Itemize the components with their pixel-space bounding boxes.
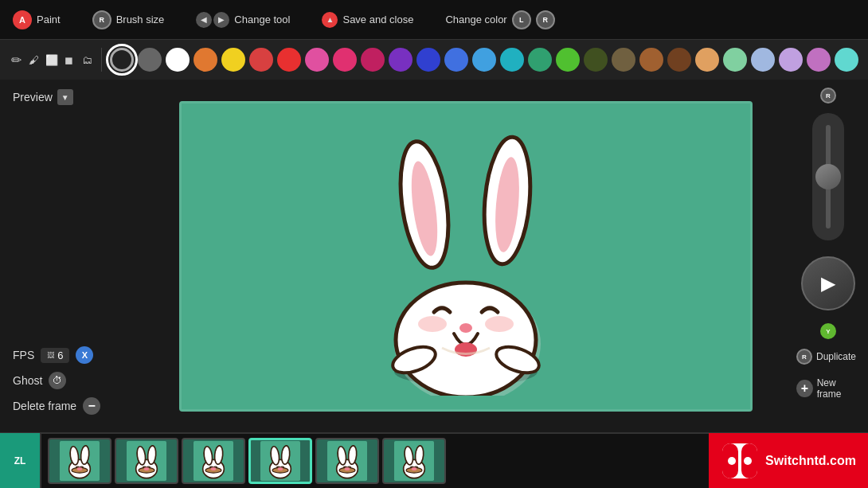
r-btn-dup: R	[796, 349, 812, 365]
r-btn-top: R	[820, 88, 836, 103]
zl-button[interactable]: ZL	[0, 433, 41, 488]
frame-thumb-6[interactable]	[382, 438, 446, 484]
svg-point-54	[744, 457, 752, 465]
ghost-label: Ghost	[13, 374, 42, 387]
color-swatch-mint[interactable]	[723, 48, 747, 72]
palette-bar: ✏ 🖌 ⬜ ◼ 🗂	[0, 40, 868, 80]
svg-point-3	[396, 283, 536, 396]
color-swatch-teal[interactable]	[528, 48, 552, 72]
eraser-tool[interactable]: ⬜	[45, 49, 58, 71]
hint-change-tool-label: Change tool	[234, 14, 290, 25]
color-swatch-sky-blue[interactable]	[472, 48, 496, 72]
x-button[interactable]: X	[76, 346, 93, 364]
color-swatch-purple[interactable]	[389, 48, 412, 72]
r-button: R	[92, 10, 111, 29]
hint-paint: A Paint	[13, 10, 61, 29]
svg-point-37	[278, 467, 283, 470]
color-swatch-dark-green[interactable]	[584, 48, 608, 72]
fps-row: FPS 🖼 6 X	[13, 346, 131, 364]
move-tool[interactable]: 🗂	[80, 49, 93, 71]
frame-thumb-2[interactable]	[115, 438, 178, 484]
new-frame-row[interactable]: + New frame	[795, 374, 862, 403]
svg-point-49	[412, 467, 417, 470]
right-arrow: ▶	[213, 12, 229, 28]
ghost-row: Ghost ⏱	[13, 372, 131, 389]
svg-point-25	[144, 467, 150, 470]
preview-dropdown[interactable]: ▼	[57, 89, 73, 105]
plus-button[interactable]: +	[796, 380, 813, 397]
color-swatch-orange[interactable]	[194, 48, 217, 72]
color-swatch-peach[interactable]	[695, 48, 719, 72]
arrow-buttons: ◀ ▶	[196, 12, 229, 28]
up-arrow: ▲	[322, 12, 338, 28]
color-swatch-turquoise[interactable]	[835, 48, 858, 72]
color-swatch-red-dark[interactable]	[249, 48, 273, 72]
bunny-illustration	[338, 125, 593, 380]
top-bar: A Paint R Brush size ◀ ▶ Change tool ▲ S…	[0, 0, 868, 40]
delete-frame-row: Delete frame −	[13, 397, 131, 415]
color-swatch-cyan[interactable]	[500, 48, 524, 72]
r-button2: R	[536, 10, 555, 29]
color-swatch-white[interactable]	[166, 48, 190, 72]
tool-divider	[101, 48, 102, 72]
new-frame-label: New frame	[817, 377, 860, 400]
badge-text: Switchntd.com	[765, 454, 856, 468]
delete-frame-label: Delete frame	[13, 400, 76, 412]
main-area: Preview ▼ FPS 🖼 6 X Ghost ⏱ Delete frame…	[0, 80, 868, 432]
frame-thumb-1[interactable]	[48, 438, 111, 484]
fps-box: 🖼 6	[41, 348, 69, 363]
color-swatch-green[interactable]	[556, 48, 580, 72]
slider-thumb[interactable]	[815, 164, 841, 189]
canvas-area	[143, 80, 788, 432]
color-swatch-red[interactable]	[277, 48, 301, 72]
y-button-label: Y	[820, 323, 836, 339]
a-button: A	[13, 10, 32, 29]
color-palette	[110, 48, 858, 72]
zl-label: ZL	[14, 455, 26, 467]
color-swatch-yellow[interactable]	[221, 48, 245, 72]
color-swatch-gray[interactable]	[138, 48, 162, 72]
r-hint: R	[820, 88, 836, 103]
preview-label: Preview ▼	[13, 89, 131, 105]
clock-icon[interactable]: ⏱	[49, 372, 66, 389]
duplicate-row: R Duplicate	[795, 346, 862, 368]
color-swatch-pink[interactable]	[305, 48, 329, 72]
svg-point-53	[728, 457, 736, 465]
brush-size-slider[interactable]	[812, 113, 844, 240]
color-swatch-lavender[interactable]	[779, 48, 803, 72]
svg-point-8	[418, 316, 447, 332]
pencil-tool[interactable]: ✏	[10, 49, 22, 71]
minus-button[interactable]: −	[83, 397, 100, 415]
drawing-canvas[interactable]	[179, 101, 753, 412]
hint-change-color: Change color L R	[445, 10, 554, 29]
brush-tool[interactable]: 🖌	[27, 49, 40, 71]
nintendo-logo-svg	[721, 442, 759, 480]
fps-label: FPS	[13, 349, 34, 361]
left-arrow: ◀	[196, 12, 212, 28]
color-swatch-light-blue[interactable]	[751, 48, 775, 72]
left-controls: FPS 🖼 6 X Ghost ⏱ Delete frame −	[13, 346, 131, 423]
right-panel: R ▶ Y R Duplicate + New frame	[788, 80, 868, 432]
color-swatch-blue[interactable]	[444, 48, 468, 72]
color-swatch-blue-dark[interactable]	[416, 48, 440, 72]
color-swatch-olive[interactable]	[612, 48, 635, 72]
svg-point-19	[77, 467, 83, 470]
hint-paint-label: Paint	[37, 14, 61, 25]
color-swatch-brown[interactable]	[639, 48, 663, 72]
frame-thumb-4[interactable]	[248, 438, 312, 484]
color-swatch-transparent[interactable]	[110, 48, 134, 72]
bunny-svg	[338, 125, 593, 396]
svg-point-9	[485, 316, 514, 332]
color-swatch-mauve[interactable]	[807, 48, 831, 72]
fill-tool[interactable]: ◼	[63, 49, 76, 71]
frame-thumb-3[interactable]	[182, 438, 245, 484]
frame-thumb-5[interactable]	[315, 438, 379, 484]
play-button[interactable]: ▶	[801, 256, 855, 310]
hint-brush-label: Brush size	[116, 14, 165, 25]
color-swatch-hot-pink[interactable]	[333, 48, 357, 72]
hint-brush-size: R Brush size	[92, 10, 165, 29]
color-swatch-deep-pink[interactable]	[361, 48, 385, 72]
left-panel: Preview ▼ FPS 🖼 6 X Ghost ⏱ Delete frame…	[0, 80, 143, 432]
svg-point-43	[345, 467, 350, 470]
color-swatch-dark-brown[interactable]	[667, 48, 691, 72]
